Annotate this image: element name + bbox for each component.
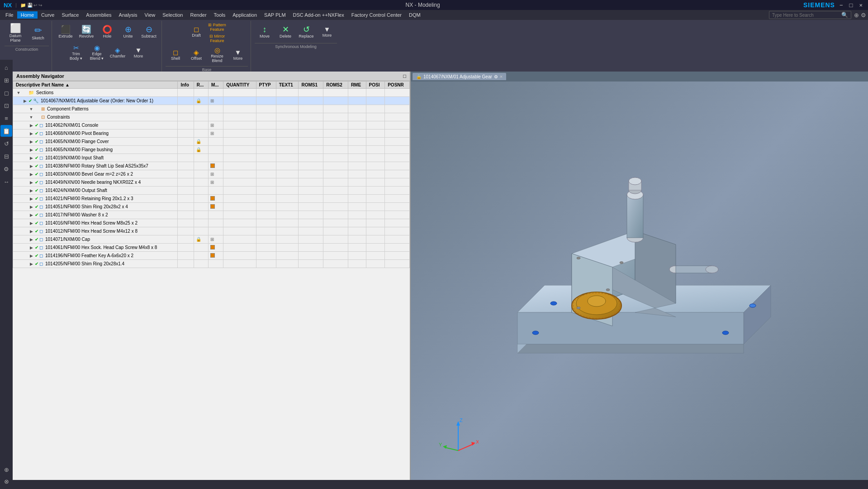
- menu-sap-plm[interactable]: SAP PLM: [261, 11, 289, 19]
- action-extra1[interactable]: ⊕: [0, 464, 12, 475]
- table-row[interactable]: ▼⊡Constraints: [13, 113, 410, 121]
- col-ptyp[interactable]: PTYP: [256, 82, 276, 89]
- tree-expand-icon[interactable]: ▼: [28, 106, 34, 112]
- more1-button[interactable]: ▼ More: [128, 43, 148, 62]
- table-row[interactable]: ▼⊞Component Patterns: [13, 105, 410, 113]
- col-posnr[interactable]: POSNR: [385, 82, 410, 89]
- tree-expand-icon[interactable]: ▶: [28, 131, 34, 136]
- view-tab[interactable]: 🔒 1014067/NXM/01 Adjustable Gear ⚙ ×: [413, 73, 506, 80]
- col-name[interactable]: Descriptive Part Name ▲: [13, 82, 178, 89]
- tree-expand-icon[interactable]: ▼: [16, 90, 21, 96]
- unite-button[interactable]: ⊕ Unite: [118, 22, 138, 42]
- tree-expand-icon[interactable]: ▼: [28, 115, 34, 120]
- tree-expand-icon[interactable]: ▶: [28, 221, 34, 226]
- menu-factory[interactable]: Factory Control Center: [348, 11, 405, 19]
- tree-expand-icon[interactable]: ▶: [28, 212, 34, 218]
- sketch-button[interactable]: ✏ Sketch: [27, 22, 49, 44]
- action-connections[interactable]: ↔: [0, 176, 12, 187]
- shell-button[interactable]: ◻ Shell: [166, 45, 185, 65]
- revolve-button[interactable]: 🔄 Revolve: [76, 22, 96, 42]
- action-home[interactable]: ⌂: [0, 62, 12, 73]
- table-row[interactable]: ▶✔◻1014012/NFM/00 Hex Head Screw M4x12 x…: [13, 227, 410, 235]
- action-analysis[interactable]: ≡: [0, 112, 12, 124]
- col-rme[interactable]: RME: [348, 82, 366, 89]
- maximize-button[interactable]: □: [848, 2, 855, 9]
- action-navigator[interactable]: 📋: [0, 125, 12, 137]
- delete-button[interactable]: ✕ Delete: [275, 22, 295, 42]
- 3d-viewport[interactable]: Z X Y: [411, 82, 868, 480]
- tree-expand-icon[interactable]: ▶: [28, 163, 34, 169]
- menu-surface[interactable]: Surface: [58, 11, 82, 19]
- table-row[interactable]: ▶✔◻1014061/NFM/00 Hex Sock. Head Cap Scr…: [13, 244, 410, 252]
- nav-panel-collapse-button[interactable]: □: [403, 73, 406, 79]
- tree-expand-icon[interactable]: ▶: [28, 188, 34, 193]
- action-constraints[interactable]: ⊡: [0, 100, 12, 111]
- col-m[interactable]: M...: [208, 82, 223, 89]
- tree-expand-icon[interactable]: ▶: [28, 237, 34, 242]
- chamfer-button[interactable]: ◈ Chamfer: [108, 43, 128, 62]
- search-input[interactable]: [772, 13, 840, 18]
- col-r[interactable]: R...: [194, 82, 208, 89]
- edge-blend-button[interactable]: ◉ Edge Blend ▾: [87, 43, 107, 62]
- table-row[interactable]: ▶✔◻1014049/NXN/00 Needle bearing NKXR02Z…: [13, 178, 410, 187]
- tree-expand-icon[interactable]: ▶: [28, 204, 34, 210]
- tree-expand-icon[interactable]: ▶: [22, 98, 28, 104]
- table-row[interactable]: ▶✔◻1014071/NXM/00 Cap🔒⊞: [13, 235, 410, 244]
- col-info[interactable]: Info: [178, 82, 194, 89]
- tree-expand-icon[interactable]: ▶: [28, 172, 34, 177]
- resize-blend-button[interactable]: ◎ Resize Blend: [207, 45, 227, 65]
- table-row[interactable]: ▶✔◻1014068/NXM/00 Pivot Bearing⊞: [13, 129, 410, 138]
- draft-button[interactable]: ◻ Draft: [186, 22, 206, 42]
- menu-view[interactable]: View: [141, 11, 159, 19]
- more2-button[interactable]: ▼ More: [228, 45, 248, 65]
- menu-tools[interactable]: Tools: [210, 11, 229, 19]
- col-roms1[interactable]: ROMS1: [299, 82, 323, 89]
- tree-expand-icon[interactable]: ▶: [28, 155, 34, 161]
- tree-expand-icon[interactable]: ▶: [28, 245, 34, 250]
- datum-plane-button[interactable]: ⬜ Datum Plane: [5, 22, 26, 44]
- tree-expand-icon[interactable]: ▶: [28, 261, 34, 267]
- help-icon[interactable]: ⊕: [854, 12, 859, 19]
- replace-button[interactable]: ↺ Replace: [296, 22, 316, 42]
- table-row[interactable]: ▶✔◻1014205/NFM/00 Shim Ring 20x28x1.4: [13, 260, 410, 268]
- tree-expand-icon[interactable]: ▶: [28, 196, 34, 201]
- trim-body-button[interactable]: ✂ Trim Body ▾: [66, 43, 86, 62]
- move-button[interactable]: ↕ Move: [255, 22, 275, 42]
- table-row[interactable]: ▼📁Sections: [13, 89, 410, 97]
- tree-expand-icon[interactable]: ▶: [28, 180, 34, 185]
- table-row[interactable]: ▶✔◻1014016/NFM/00 Hex Head Screw M8x25 x…: [13, 219, 410, 227]
- table-row[interactable]: ▶✔◻1014017/NFM/00 Washer 8 x 2: [13, 211, 410, 219]
- tree-expand-icon[interactable]: ▶: [28, 229, 34, 234]
- tree-expand-icon[interactable]: ▶: [28, 253, 34, 259]
- col-qty[interactable]: QUANTITY: [223, 82, 256, 89]
- mirror-feature-button[interactable]: ⊟ Mirror Feature: [207, 33, 227, 44]
- table-row[interactable]: ▶✔◻1014003/NXM/00 Bevel Gear m=2 z=26 x …: [13, 170, 410, 178]
- table-row[interactable]: ▶✔◻1014024/NXM/00 Output Shaft: [13, 187, 410, 195]
- action-settings[interactable]: ⚙: [0, 163, 12, 175]
- action-parts[interactable]: ◻: [0, 87, 12, 99]
- tree-expand-icon[interactable]: ▶: [28, 139, 34, 144]
- action-history[interactable]: ↺: [0, 138, 12, 149]
- tree-expand-icon[interactable]: ▶: [28, 123, 34, 128]
- table-row[interactable]: ▶✔◻1014038/NFM/00 Rotary Shaft Lip Seal …: [13, 162, 410, 170]
- close-button[interactable]: ×: [857, 2, 864, 9]
- pattern-feature-button[interactable]: ⊞ Pattern Feature: [207, 22, 227, 33]
- table-row[interactable]: ▶✔◻1014062/NXM/01 Console⊞: [13, 121, 410, 129]
- hole-button[interactable]: ⭕ Hole: [97, 22, 117, 42]
- subtract-button[interactable]: ⊖ Subtract: [139, 22, 159, 42]
- table-row[interactable]: ▶✔◻1014051/NFM/00 Shim Ring 20x28x2 x 4: [13, 203, 410, 211]
- col-text1[interactable]: TEXT1: [276, 82, 299, 89]
- offset-button[interactable]: ◈ Offset: [186, 45, 206, 65]
- table-row[interactable]: ▶✔🔧1014067/NXM/01 Adjustable Gear (Order…: [13, 97, 410, 105]
- table-row[interactable]: ▶✔◻1014019/NXM/00 Input Shaft: [13, 154, 410, 162]
- extrude-button[interactable]: ⬛ Extrude: [56, 22, 76, 42]
- menu-render[interactable]: Render: [186, 11, 210, 19]
- table-row[interactable]: ▶✔◻1014196/NFM/00 Feather Key A-6x6x20 x…: [13, 252, 410, 260]
- settings-icon[interactable]: ⚙: [861, 12, 866, 19]
- menu-dsc[interactable]: DSC Add-on ++NXFlex: [289, 11, 348, 19]
- menu-selection[interactable]: Selection: [159, 11, 186, 19]
- col-roms2[interactable]: ROMS2: [323, 82, 348, 89]
- col-posi[interactable]: POSI: [366, 82, 385, 89]
- more3-button[interactable]: ▼ More: [317, 22, 337, 42]
- action-extra2[interactable]: ⊗: [0, 475, 12, 487]
